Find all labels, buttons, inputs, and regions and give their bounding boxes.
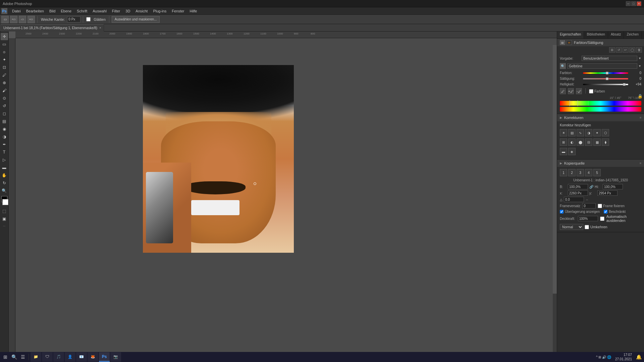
normal-select[interactable]: Normal [560,224,583,230]
panel-action-delete[interactable]: 🗑 [636,47,642,53]
gradient-tool[interactable]: ▤ [1,118,8,125]
deckkraft-input[interactable] [578,216,598,221]
corr-phfilter[interactable]: ⬤ [577,138,584,146]
menu-fenster[interactable]: Fenster [169,8,187,14]
farben-checkbox[interactable] [589,89,593,94]
corr-bright[interactable]: ☀ [560,129,567,136]
blur-tool[interactable]: ◉ [1,125,8,133]
light-slider[interactable] [583,83,628,86]
eraser-tool[interactable]: ◻ [1,110,8,117]
menu-bild[interactable]: Bild [47,8,58,14]
sat-slider[interactable] [583,77,628,80]
zoom-tool[interactable]: 🔍 [1,187,8,194]
kopier-src-1[interactable]: 1 [560,169,567,176]
eyedrop-add[interactable]: +🖊 [568,88,574,94]
angle-flip-icon[interactable]: ↔ [585,198,589,201]
path-select-tool[interactable]: ▷ [1,156,8,164]
scroll-thumb-v[interactable] [553,45,557,294]
kopier-src-5[interactable]: 5 [593,169,601,176]
kopier-src-2[interactable]: 2 [568,169,576,176]
kopier-options[interactable]: ≡ [640,162,641,165]
corrections-header[interactable]: ▶ Korrekturen ≡ [557,114,644,121]
canvas-background[interactable] [15,38,557,362]
move-tool[interactable]: ✛ [1,33,8,40]
menu-filter[interactable]: Filter [109,8,123,14]
corr-thresh[interactable]: ⧫ [602,138,609,146]
quick-mask-btn[interactable]: ⬚ [1,207,8,215]
kopier-src-3[interactable]: 3 [577,169,584,176]
menu-datei[interactable]: Datei [9,8,23,14]
angle-input[interactable] [564,197,584,202]
subtract-selection-btn[interactable]: -▭ [19,16,26,23]
light-thumb[interactable] [623,83,626,86]
menu-hilfe[interactable]: Hilfe [187,8,200,14]
corrections-options[interactable]: ≡ [640,116,641,119]
y-input[interactable] [597,190,618,196]
menu-ebene[interactable]: Ebene [58,8,74,14]
corr-colorbal[interactable]: ⊞ [560,138,567,146]
shape-tool[interactable]: ▬ [1,164,8,171]
healing-tool[interactable]: ⊕ [1,79,8,86]
taskbar-antivirus[interactable]: 🛡 [42,352,53,362]
kopier-src-4[interactable]: 4 [585,169,592,176]
corr-chanel[interactable]: ⊟ [585,138,592,146]
taskbar-explorer[interactable]: 📁 [31,352,41,362]
channel-dropdown[interactable]: Gelbtöne [567,63,637,69]
lasso-tool[interactable]: ⌾ [1,48,8,56]
menu-ansicht[interactable]: Ansicht [133,8,150,14]
smooth-checkbox[interactable] [86,17,91,21]
more-tools-btn[interactable]: ··· [3,224,6,228]
background-color[interactable] [2,199,8,205]
select-tool[interactable]: ▭ [1,41,8,48]
soft-edge-input[interactable] [67,16,80,22]
menu-bearbeiten[interactable]: Bearbeiten [23,8,47,14]
crop-tool[interactable]: ⊡ [1,64,8,71]
taskbar-user[interactable]: 👤 [65,352,75,362]
sat-thumb[interactable] [606,77,608,80]
menu-auswahl[interactable]: Auswahl [90,8,109,14]
eyedrop-subtract[interactable]: -🖊 [576,88,582,94]
corr-huesat[interactable]: ⬡ [602,129,609,136]
taskbar-firefox[interactable]: 🦊 [88,352,98,362]
corrections-arrow[interactable]: ▶ [560,116,562,119]
magic-wand-tool[interactable]: ✦ [1,56,8,63]
taskbar-photoshop[interactable]: Ps [99,352,110,362]
new-selection-btn[interactable]: ▭ [1,16,9,23]
panel-action-1[interactable]: ⊞ [609,47,615,53]
vertical-scrollbar[interactable] [553,45,557,356]
b-input[interactable] [568,184,588,189]
channel-eyedrop[interactable]: 🔍 [560,63,566,69]
start-button[interactable]: ⊞ [1,353,9,361]
tab-absatz[interactable]: Absatz [608,32,624,39]
frameversatz-input[interactable] [582,203,596,208]
kopier-arrow[interactable]: ▶ [560,162,562,165]
taskbar-mail[interactable]: 📧 [76,352,87,362]
corr-vibrance[interactable]: ✦ [593,129,601,136]
auto-blend-checkbox[interactable] [600,217,604,221]
corr-bw[interactable]: ◐ [568,138,576,146]
eyedropper-tool[interactable]: 🖊 [1,71,8,79]
preset-dropdown[interactable]: Benutzerdefiniert [582,56,637,61]
notification-btn[interactable]: 🔔 [635,353,643,361]
tab-eigenschaften[interactable]: Eigenschaften [557,32,584,39]
rotate-view-tool[interactable]: ↻ [1,179,8,187]
x-input[interactable] [568,190,588,196]
document-tab[interactable]: Unbenannt-1 bei 18,1% (Farbton/Sättigung… [1,24,104,32]
close-button[interactable]: ✕ [637,1,641,6]
hue-sat-header[interactable]: ▤ H Farbton/Sättigung [557,39,644,46]
pen-tool[interactable]: ✒ [1,141,8,148]
kopier-header[interactable]: ▶ Kopierquelle ≡ [557,160,644,167]
bh-link-icon[interactable]: 🔗 [589,185,593,189]
corr-exposure[interactable]: ◑ [585,129,592,136]
panel-action-view[interactable]: ◯ [629,47,635,53]
corr-levels[interactable]: ▤ [568,129,576,136]
tab-zeichen[interactable]: Zeichen [624,32,642,39]
clone-tool[interactable]: ⊙ [1,95,8,102]
tab-bibliotheken[interactable]: Bibliotheken [584,32,608,39]
taskbar-camera[interactable]: 📷 [110,352,121,362]
umkehren-checkbox[interactable] [585,225,589,229]
select-mask-button[interactable]: Auswählen und maskieren... [112,16,160,23]
screen-mode-btn[interactable]: ▣ [1,215,8,223]
hand-tool[interactable]: ✋ [1,172,8,179]
search-button[interactable]: 🔍 [10,353,18,361]
